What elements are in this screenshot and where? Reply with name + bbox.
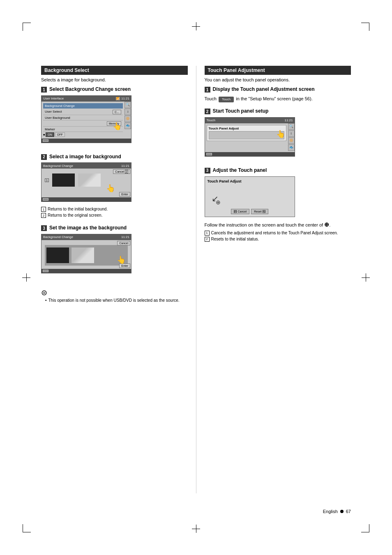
screen2-title: Background Change <box>43 164 73 168</box>
left-step-3-screen: Background Change 11:21 Cancel <box>41 234 131 273</box>
screen2-bottom <box>42 197 131 201</box>
rscreen2-inner: Touch Panel Adjust <box>207 125 286 141</box>
left-step-1: 1 Select Background Change screen User I… <box>41 86 188 148</box>
screen1-onoff: ■ ON OFF <box>43 132 123 137</box>
screen1-item-marker: Marker <box>43 127 123 132</box>
left-column: Background Select Selects a image for ba… <box>41 66 188 493</box>
screen1-title: User Interface <box>43 97 64 100</box>
left-step-2-header: 2 Select a image for background <box>41 154 188 160</box>
screen2-cloud-thumb <box>78 173 101 187</box>
follow-text: Follow the instruction on the screen and… <box>205 222 323 227</box>
left-step-2-screen-wrap: Background Change 11:21 Cancel 2 1 Enter <box>41 162 131 202</box>
screen1-on-btn[interactable]: ON <box>46 132 54 137</box>
rscreen2-inner-body <box>209 131 284 139</box>
screen3-title: Background Change <box>43 235 73 239</box>
crosshair-right <box>362 273 370 282</box>
right-step-3-header: 3 Adjust the Touch panel <box>205 167 351 174</box>
tpa-crosshair-icon: ⊕ <box>216 199 221 206</box>
page-number: 67 <box>346 509 351 514</box>
tpa-btn-row: 1 Cancel Reset 2 <box>208 209 292 214</box>
right-notes: 1 Cancels the adjustment and returns to … <box>205 231 351 242</box>
right-section-header: Touch Panel Adjustment <box>205 66 351 75</box>
left-note-1: 1 Returns to the initial background. <box>41 207 188 212</box>
left-step-2-title: Select a image for background <box>49 154 121 160</box>
screen1-side-icon-2[interactable]: ↕ <box>125 109 131 115</box>
screen2-cancel-btn[interactable]: Cancel 2 <box>113 169 130 174</box>
right-step-3: 3 Adjust the Touch panel Touch Panel Adj… <box>205 167 351 243</box>
right-step-3-tpa-screen: Touch Panel Adjust ↙ ⊕ 1 Cancel Reset 2 <box>205 176 295 217</box>
rscreen2-side-icon-2[interactable]: ↕ <box>288 130 295 137</box>
screen1-icon-wifi: 📶 <box>116 97 120 100</box>
right-note-1-num: 1 <box>205 231 210 236</box>
left-step-3-header: 3 Set the image as the background <box>41 225 188 231</box>
column-divider <box>196 66 196 493</box>
tpa-cancel-btn[interactable]: 1 Cancel <box>231 209 250 214</box>
screen1-side-icon-4[interactable]: 🐟 <box>125 123 131 129</box>
screen1-side-icon-1[interactable]: 🔍 <box>125 102 131 108</box>
rscreen2-side-icon-1[interactable]: 🔍 <box>288 123 295 130</box>
screen1-indicator <box>43 139 48 142</box>
screen1-side-icon-3[interactable]: 🔆 <box>125 116 131 122</box>
screen3-indicator <box>43 270 48 272</box>
corner-mark-bl <box>23 524 31 532</box>
screen1-side-icons: 🔍 ↕ 🔆 🐟 <box>125 102 131 129</box>
rscreen2-topbar: Touch 11:21 <box>205 118 295 123</box>
tpa-cancel-label: Cancel <box>238 210 247 213</box>
screen2-topbar: Background Change 11:21 <box>42 163 131 169</box>
screen3-cancel-btn[interactable]: Cancel <box>117 241 130 245</box>
rscreen2-bottom <box>205 152 295 156</box>
screen1-off-btn[interactable]: OFF <box>55 132 65 137</box>
right-step-1-instruction2: in the "Setup Menu" screen (page 56). <box>236 96 312 101</box>
right-section-desc: You can adjust the touch panel operation… <box>205 77 351 82</box>
left-step-1-screen-wrap: User Interface 📶 11:21 Background Change… <box>41 95 131 143</box>
screen1-item-user-bg: User Background <box>43 116 123 120</box>
right-step-3-title: Adjust the Touch panel <box>213 167 267 174</box>
left-step-3-title: Set the image as the background <box>49 225 127 231</box>
right-note-2-num: 2 <box>205 237 210 242</box>
follow-crosshair: ⊕ <box>324 221 329 228</box>
main-content: Background Select Selects a image for ba… <box>41 66 351 493</box>
screen1-time: 11:21 <box>121 97 129 100</box>
right-step-3-num: 3 <box>205 168 210 173</box>
screen1-item-memory: Memory <box>43 121 123 127</box>
screen2-dark-thumb <box>52 173 75 187</box>
follow-instruction-text: Follow the instruction on the screen and… <box>205 220 351 229</box>
caution-icon: ⊜ <box>41 288 188 297</box>
tpa-reset-btn[interactable]: Reset 2 <box>251 209 268 214</box>
right-step-1-title: Display the Touch panel Adjustment scree… <box>213 86 315 93</box>
caution-text: This operation is not possible when USB/… <box>48 298 180 303</box>
screen3-touch-hand: 👆 <box>117 255 126 264</box>
right-step-2-num: 2 <box>205 109 210 114</box>
page-number-block: English 67 <box>323 509 351 514</box>
right-note-2: 2 Resets to the initial status. <box>205 237 351 242</box>
right-step-2: 2 Start Touch panel setup Touch 11:21 To… <box>205 108 351 162</box>
right-step-2-header: 2 Start Touch panel setup <box>205 108 351 115</box>
screen2-touch-hand: 👆 <box>106 184 115 193</box>
screen3-icons: 11:21 <box>121 235 129 239</box>
left-note-2-text: Returns to the original screen. <box>48 213 102 217</box>
screen2-enter-btn[interactable]: Enter <box>119 192 130 197</box>
tpa-reset-num: 2 <box>263 210 266 213</box>
crosshair-top <box>192 22 200 30</box>
rscreen2-icons: 11:21 <box>284 118 293 122</box>
screen1-bottom <box>42 139 131 143</box>
caution-bullet: • This operation is not possible when US… <box>45 298 188 303</box>
screen3-topbar: Background Change 11:21 <box>42 234 131 240</box>
screen1-user-select-btn[interactable]: C... <box>113 110 121 114</box>
tpa-reset-label: Reset <box>254 210 261 213</box>
right-section-title: Touch Panel Adjustment <box>208 67 265 73</box>
right-step-2-title: Start Touch panel setup <box>213 108 269 115</box>
left-step-2-num: 2 <box>41 154 47 160</box>
rscreen2-side-icon-4[interactable]: 🐟 <box>288 144 295 151</box>
rscreen2-time: 11:21 <box>284 118 293 122</box>
left-note-2: 2 Returns to the original screen. <box>41 213 188 218</box>
rscreen2-title: Touch <box>207 118 215 122</box>
left-step-1-title: Select Background Change screen <box>49 86 131 93</box>
left-step-3-num: 3 <box>41 225 47 231</box>
left-note-2-num: 2 <box>41 213 46 218</box>
right-step-1-num: 1 <box>205 87 210 92</box>
rscreen2-inner-title: Touch Panel Adjust <box>209 127 284 130</box>
rscreen2-side-icon-3[interactable]: 🔆 <box>288 137 295 144</box>
left-step-1-header: 1 Select Background Change screen <box>41 86 188 93</box>
right-step-1-touch-btn[interactable]: Touch <box>219 97 234 103</box>
